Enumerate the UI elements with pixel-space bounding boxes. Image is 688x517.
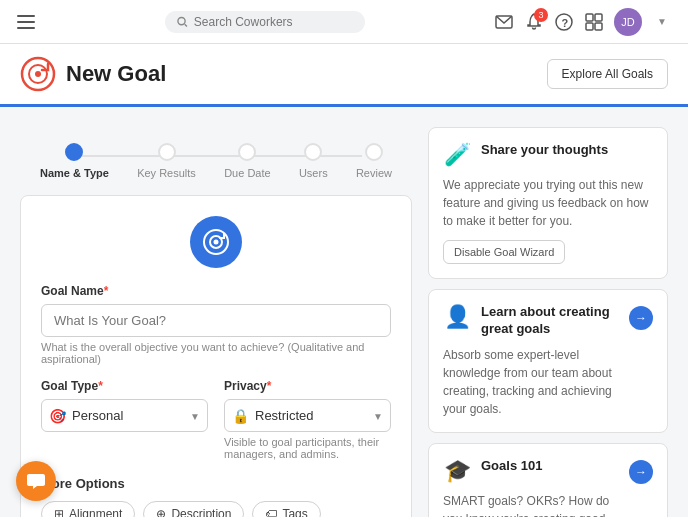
description-button[interactable]: ⊕ Description: [143, 501, 244, 517]
card-arrow-button[interactable]: →: [629, 460, 653, 484]
page-header: New Goal Explore All Goals: [0, 44, 688, 107]
goal-type-select[interactable]: Personal Team Company: [41, 399, 208, 432]
notification-badge: 3: [534, 8, 548, 22]
form-card: Goal Name* What is the overall objective…: [20, 195, 412, 517]
more-options-title: More Options: [41, 476, 391, 491]
goal-form-icon: [190, 216, 242, 268]
svg-point-14: [35, 71, 41, 77]
explore-all-goals-button[interactable]: Explore All Goals: [547, 59, 668, 89]
privacy-select[interactable]: Restricted Public Private: [224, 399, 391, 432]
card-content: 👤 Learn about creating great goals Absor…: [443, 304, 621, 418]
description-icon: ⊕: [156, 507, 166, 517]
help-icon[interactable]: ?: [554, 12, 574, 32]
card-body: Absorb some expert-level knowledge from …: [443, 346, 621, 418]
step-label: Due Date: [224, 167, 270, 179]
right-panel: 🧪 Share your thoughts We appreciate you …: [428, 127, 668, 517]
menu-icon[interactable]: [16, 12, 36, 32]
svg-rect-9: [595, 14, 602, 21]
svg-rect-0: [17, 15, 35, 17]
privacy-hint: Visible to goal participants, their mana…: [224, 436, 391, 460]
page-title: New Goal: [66, 61, 166, 87]
svg-point-17: [214, 240, 219, 245]
svg-rect-2: [17, 27, 35, 29]
disable-goal-wizard-button[interactable]: Disable Goal Wizard: [443, 240, 565, 264]
goal-name-label: Goal Name*: [41, 284, 391, 298]
avatar[interactable]: JD: [614, 8, 642, 36]
search-input[interactable]: [194, 15, 353, 29]
step-label: Users: [299, 167, 328, 179]
step-circle: [65, 143, 83, 161]
svg-rect-8: [586, 14, 593, 21]
tag-icon: 🏷: [265, 507, 277, 517]
goal-type-label: Goal Type*: [41, 379, 208, 393]
card-content: 🎓 Goals 101 SMART goals? OKRs? How do yo…: [443, 458, 621, 517]
options-row: ⊞ Alignment ⊕ Description 🏷 Tags: [41, 501, 391, 517]
chevron-down-icon[interactable]: ▼: [652, 12, 672, 32]
privacy-label: Privacy*: [224, 379, 391, 393]
left-panel: Name & Type Key Results Due Date Users R…: [20, 127, 412, 517]
svg-rect-10: [586, 23, 593, 30]
goal-name-field: Goal Name* What is the overall objective…: [41, 284, 391, 365]
apps-icon[interactable]: [584, 12, 604, 32]
alignment-button[interactable]: ⊞ Alignment: [41, 501, 135, 517]
card-title: Share your thoughts: [481, 142, 608, 159]
step-label: Name & Type: [40, 167, 109, 179]
goal-name-input[interactable]: [41, 304, 391, 337]
chat-button[interactable]: [16, 461, 56, 501]
step-circle: [158, 143, 176, 161]
card-body: We appreciate you trying out this new fe…: [443, 176, 653, 230]
step-name-&-type[interactable]: Name & Type: [40, 143, 109, 179]
step-circle: [304, 143, 322, 161]
step-label: Review: [356, 167, 392, 179]
info-card-goals-101: 🎓 Goals 101 SMART goals? OKRs? How do yo…: [428, 443, 668, 517]
alignment-icon: ⊞: [54, 507, 64, 517]
card-title: Learn about creating great goals: [481, 304, 621, 338]
card-icon: 👤: [443, 304, 471, 330]
svg-line-4: [185, 24, 187, 26]
search-bar[interactable]: [165, 11, 365, 33]
step-review[interactable]: Review: [356, 143, 392, 179]
privacy-field: Privacy* 🔒 Restricted Public Private ▼ V…: [224, 379, 391, 460]
search-icon: [177, 16, 188, 28]
goal-type-field: Goal Type* 🎯 Personal Team Company ▼: [41, 379, 208, 460]
card-icon: 🧪: [443, 142, 471, 168]
stepper: Name & Type Key Results Due Date Users R…: [20, 127, 412, 187]
notifications-icon[interactable]: 3: [524, 12, 544, 32]
step-label: Key Results: [137, 167, 196, 179]
card-icon: 🎓: [443, 458, 471, 484]
goal-header-icon: [20, 56, 56, 92]
content-area: Name & Type Key Results Due Date Users R…: [0, 107, 688, 517]
topnav: 3 ? JD ▼: [0, 0, 688, 44]
svg-rect-1: [17, 21, 35, 23]
svg-point-3: [178, 17, 185, 24]
step-due-date[interactable]: Due Date: [224, 143, 270, 179]
card-title: Goals 101: [481, 458, 542, 475]
step-key-results[interactable]: Key Results: [137, 143, 196, 179]
step-users[interactable]: Users: [299, 143, 328, 179]
more-options-section: More Options ⊞ Alignment ⊕ Description 🏷…: [41, 476, 391, 517]
mail-icon[interactable]: [494, 12, 514, 32]
info-card-share-thoughts: 🧪 Share your thoughts We appreciate you …: [428, 127, 668, 279]
tags-button[interactable]: 🏷 Tags: [252, 501, 320, 517]
svg-text:?: ?: [562, 16, 569, 28]
goal-name-hint: What is the overall objective you want t…: [41, 341, 391, 365]
step-circle: [238, 143, 256, 161]
step-circle: [365, 143, 383, 161]
info-card-learn-goals: 👤 Learn about creating great goals Absor…: [428, 289, 668, 433]
svg-rect-11: [595, 23, 602, 30]
card-body: SMART goals? OKRs? How do you know you'r…: [443, 492, 621, 517]
card-arrow-button[interactable]: →: [629, 306, 653, 330]
